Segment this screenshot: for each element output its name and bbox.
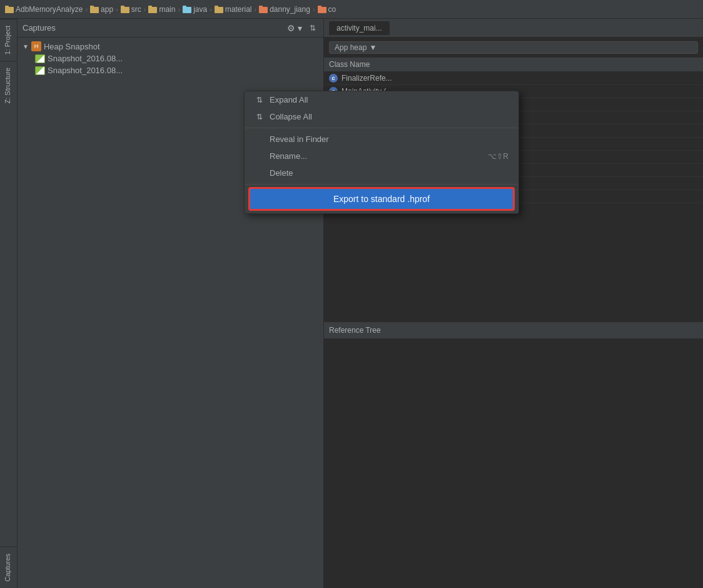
svg-rect-12 xyxy=(259,7,268,13)
menu-item-collapse-all[interactable]: ⇅ Collapse All xyxy=(245,108,518,125)
breadcrumb-item[interactable]: java xyxy=(183,5,207,14)
snapshot-item-2[interactable]: Snapshot_2016.08... xyxy=(30,64,323,76)
svg-rect-7 xyxy=(148,6,152,8)
svg-rect-11 xyxy=(215,6,218,8)
svg-rect-1 xyxy=(5,6,9,8)
heap-icon: H xyxy=(31,41,41,51)
menu-item-delete[interactable]: Delete xyxy=(245,165,518,181)
menu-item-reveal-finder[interactable]: Reveal in Finder xyxy=(245,131,518,148)
class-row[interactable]: c FinalizerRefe... xyxy=(324,72,703,85)
sidebar-item-structure[interactable]: Z: Structure xyxy=(0,61,17,109)
rename-shortcut: ⌥⇧R xyxy=(488,152,508,161)
app-heap-dropdown[interactable]: App heap ▼ xyxy=(329,41,698,54)
svg-rect-14 xyxy=(318,7,326,13)
svg-rect-2 xyxy=(90,7,99,13)
breadcrumb-item[interactable]: danny_jiang xyxy=(259,5,310,14)
breadcrumb-item[interactable]: material xyxy=(215,5,252,14)
collapse-all-icon: ⇅ xyxy=(255,113,265,121)
sidebar-item-captures[interactable]: Captures xyxy=(0,547,17,588)
captures-title: Captures xyxy=(23,23,56,33)
svg-rect-10 xyxy=(215,7,223,13)
app-heap-label: App heap xyxy=(335,43,367,52)
menu-item-export-hprof[interactable]: Export to standard .hprof xyxy=(250,189,513,209)
breadcrumb-item[interactable]: src xyxy=(121,5,141,14)
breadcrumb-item[interactable]: co xyxy=(318,5,336,14)
svg-rect-13 xyxy=(259,6,263,8)
right-panel-header: activity_mai... xyxy=(324,19,703,38)
svg-rect-15 xyxy=(318,6,321,8)
svg-rect-0 xyxy=(5,7,14,13)
breadcrumb-bar: AdbMemoryAnalyze › app › src › main › ja… xyxy=(0,0,703,19)
reference-tree-header: Reference Tree xyxy=(324,322,703,339)
menu-separator-2 xyxy=(245,184,518,185)
reference-tree-area xyxy=(324,339,703,589)
snapshot-item-1[interactable]: Snapshot_2016.08... xyxy=(30,53,323,64)
breadcrumb-item[interactable]: main xyxy=(148,5,175,14)
side-tabs: 1: Project Z: Structure Captures xyxy=(0,19,18,588)
svg-rect-8 xyxy=(183,7,191,13)
class-circle: c xyxy=(329,74,338,83)
snapshot-children: Snapshot_2016.08... Snapshot_2016.08... xyxy=(18,53,323,76)
sidebar-item-project[interactable]: 1: Project xyxy=(0,19,17,61)
file-tab[interactable]: activity_mai... xyxy=(329,21,390,35)
svg-rect-4 xyxy=(121,7,129,13)
expand-all-icon: ⇅ xyxy=(255,96,265,104)
snapshot-icon xyxy=(35,66,45,75)
svg-rect-3 xyxy=(90,6,94,8)
breadcrumb-item[interactable]: app xyxy=(90,5,113,14)
gear-button[interactable]: ⚙ ▾ xyxy=(285,22,305,34)
snapshot-icon xyxy=(35,54,45,63)
context-menu: ⇅ Expand All ⇅ Collapse All Reveal in Fi… xyxy=(244,91,519,214)
heap-snapshot-item[interactable]: ▼ H Heap Snapshot xyxy=(18,40,323,53)
expand-arrow: ▼ xyxy=(23,43,29,50)
captures-header: Captures ⚙ ▾ ⇅ xyxy=(18,19,323,38)
svg-rect-6 xyxy=(148,7,157,13)
menu-separator xyxy=(245,128,518,128)
svg-rect-5 xyxy=(121,6,124,8)
breadcrumb-item[interactable]: AdbMemoryAnalyze xyxy=(5,5,83,14)
export-highlight-box: Export to standard .hprof xyxy=(248,187,515,211)
captures-actions: ⚙ ▾ ⇅ xyxy=(285,22,318,34)
menu-item-rename[interactable]: Rename... ⌥⇧R xyxy=(245,148,518,165)
dropdown-arrow-icon: ▼ xyxy=(369,43,377,52)
menu-item-expand-all[interactable]: ⇅ Expand All xyxy=(245,91,518,108)
svg-rect-9 xyxy=(183,6,186,8)
class-list-header: Class Name xyxy=(324,58,703,72)
sort-button[interactable]: ⇅ xyxy=(307,23,318,34)
